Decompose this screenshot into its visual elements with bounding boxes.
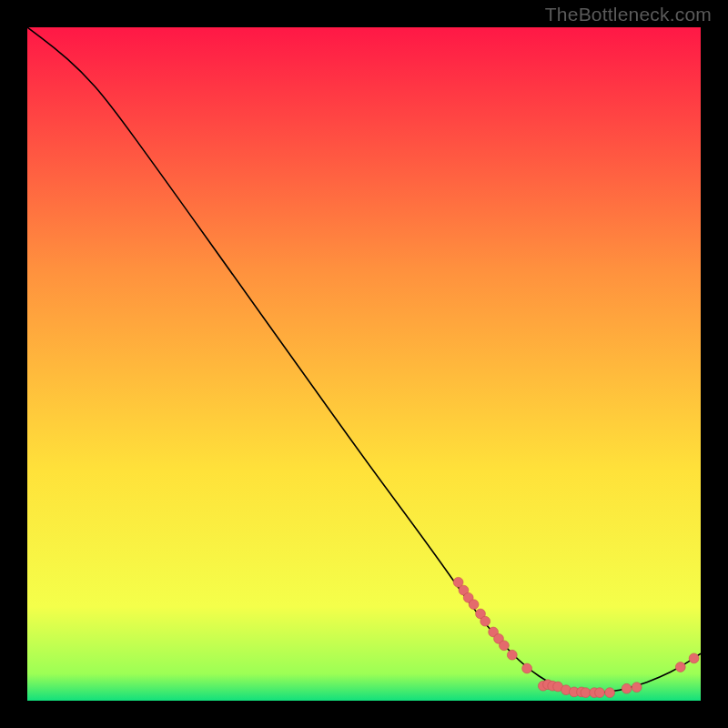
data-marker [689, 653, 699, 663]
data-marker [507, 650, 517, 660]
data-marker [469, 600, 479, 610]
plot-area [27, 27, 701, 701]
data-marker [675, 662, 685, 672]
data-marker [500, 641, 510, 651]
data-marker [605, 688, 615, 698]
data-marker [581, 688, 591, 698]
watermark-text: TheBottleneck.com [545, 4, 712, 25]
chart-svg [27, 27, 701, 701]
data-marker [622, 683, 632, 693]
data-marker [480, 616, 490, 626]
data-marker [632, 682, 642, 693]
chart-frame: TheBottleneck.com [0, 0, 728, 728]
data-marker [522, 663, 532, 673]
data-marker [595, 688, 605, 698]
